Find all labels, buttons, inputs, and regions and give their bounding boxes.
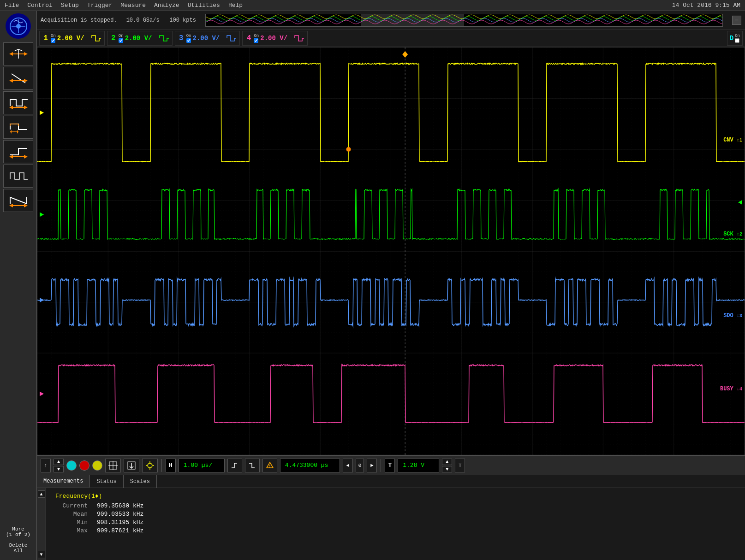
channel-2-block[interactable]: 2 On 2.00 V/ <box>107 31 173 46</box>
svg-marker-23 <box>9 155 13 159</box>
channel-3-block[interactable]: 3 On 2.00 V/ <box>175 31 240 46</box>
tab-status[interactable]: Status <box>90 475 123 488</box>
datetime-display: 14 Oct 2016 9:15 AM <box>672 2 740 9</box>
trigger-falling-button[interactable] <box>245 459 260 472</box>
channel-2-volts: 2.00 V/ <box>125 35 157 42</box>
tool-pulse-width[interactable] <box>3 116 33 139</box>
channel-1-wave-icon <box>91 34 102 43</box>
trigger-time-value[interactable]: 4.4733000 µs <box>280 459 340 472</box>
svg-marker-17 <box>10 130 12 134</box>
trigger-zero-button[interactable]: 0 <box>356 459 364 472</box>
channel-3-wave-icon <box>226 34 237 43</box>
sck-label: SCK ↕2 <box>723 231 742 237</box>
color-yellow-button[interactable] <box>92 460 102 471</box>
meas-val-mean: 909.03533 kHz <box>97 511 152 518</box>
menu-analyze[interactable]: Analyze <box>154 2 179 9</box>
tool-diagonal[interactable] <box>3 67 33 90</box>
menu-utilities[interactable]: Utilities <box>188 2 220 9</box>
measurement-content: ▲ ▼ Frequency(1♦) Current 909.35630 kHz … <box>37 488 745 560</box>
tool-waveform[interactable] <box>3 165 33 188</box>
svg-marker-22 <box>24 155 28 159</box>
measurement-data: Frequency(1♦) Current 909.35630 kHz Mean… <box>46 488 745 560</box>
color-teal-button[interactable] <box>66 460 77 471</box>
channel-4-checkbox[interactable] <box>254 38 258 43</box>
down-small-button[interactable]: ▼ <box>54 466 64 472</box>
channel-1-block[interactable]: 1 On 2.00 V/ <box>39 31 105 46</box>
meas-row-min: Min 908.31195 kHz <box>55 519 736 526</box>
oscilloscope-display[interactable]: CNV ↕1 SCK ↕2 SDO ↕3 BUSY ↓4 <box>37 47 745 455</box>
trigger-right-button[interactable]: ► <box>367 459 377 472</box>
waveform-overview[interactable] <box>205 14 723 27</box>
menu-items: File Control Setup Trigger Measure Analy… <box>5 2 243 9</box>
svg-marker-5 <box>24 52 28 56</box>
tool-step[interactable] <box>3 140 33 163</box>
tool-square-wave[interactable] <box>3 91 33 114</box>
scroll-down[interactable]: ▼ <box>38 551 45 558</box>
trigger-rising-button[interactable] <box>227 459 242 472</box>
meas-key-current: Current <box>55 502 88 509</box>
minus-button[interactable]: − <box>732 16 741 25</box>
svg-line-8 <box>12 74 25 83</box>
tab-measurements[interactable]: Measurements <box>37 475 90 488</box>
t-end-button[interactable]: T <box>455 459 465 472</box>
sdo-label: SDO ↕3 <box>723 312 742 319</box>
channel-2-checkbox[interactable] <box>119 38 123 43</box>
sidebar-more-button[interactable]: More (1 of 2) <box>4 525 32 539</box>
tool-arrow[interactable] <box>3 42 33 65</box>
cursor-button[interactable] <box>105 459 121 472</box>
sample-rate: 10.0 GSa/s 100 kpts <box>126 17 196 24</box>
svg-marker-26 <box>24 204 28 207</box>
channel-1-checkbox[interactable] <box>51 38 55 43</box>
menu-file[interactable]: File <box>5 2 19 9</box>
bright-button[interactable] <box>142 459 158 472</box>
channel-2-number: 2 <box>110 34 117 42</box>
trigger-level-value[interactable]: 1.28 V <box>398 459 439 472</box>
meas-val-max: 909.87621 kHz <box>97 527 152 534</box>
meas-row-max: Max 909.87621 kHz <box>55 527 736 534</box>
channel-4-on: On <box>254 34 259 43</box>
menu-setup[interactable]: Setup <box>61 2 79 9</box>
meas-val-current: 909.35630 kHz <box>97 502 152 509</box>
menu-control[interactable]: Control <box>27 2 53 9</box>
sidebar-delete-button[interactable]: Delete All <box>7 541 30 555</box>
meas-row-mean: Mean 909.03533 kHz <box>55 511 736 518</box>
digital-block[interactable]: D On <box>727 31 743 46</box>
waveform-canvas <box>37 47 745 455</box>
channel-3-volts: 2.00 V/ <box>192 35 225 42</box>
measurement-tabs: Measurements Status Scales <box>37 475 745 488</box>
up-small-button[interactable]: ▲ <box>54 459 64 465</box>
measurement-panel: Measurements Status Scales ▲ ▼ Frequency… <box>37 475 745 560</box>
channel-4-wave-icon <box>294 34 305 43</box>
svg-point-33 <box>148 463 152 468</box>
menu-trigger[interactable]: Trigger <box>87 2 113 9</box>
timebase-value[interactable]: 1.00 µs/ <box>179 459 225 472</box>
channel-3-number: 3 <box>178 34 185 42</box>
scroll-up[interactable]: ▲ <box>38 490 45 498</box>
digital-checkbox[interactable] <box>735 38 739 43</box>
acquisition-status: Acquisition is stopped. <box>41 17 117 24</box>
up-arrow-button[interactable]: ↑ <box>41 459 51 472</box>
meas-val-min: 908.31195 kHz <box>97 519 152 526</box>
trigger-left-button[interactable]: ◄ <box>343 459 353 472</box>
sidebar: More (1 of 2) Delete All <box>0 11 37 560</box>
measurement-title: Frequency(1♦) <box>55 493 736 500</box>
tab-scales[interactable]: Scales <box>124 475 157 488</box>
tool-ramp[interactable] <box>3 189 33 212</box>
channel-3-checkbox[interactable] <box>186 38 191 43</box>
svg-marker-6 <box>9 52 13 56</box>
menu-help[interactable]: Help <box>228 2 243 9</box>
menu-measure[interactable]: Measure <box>120 2 146 9</box>
channel-4-block[interactable]: 4 On 2.00 V/ <box>242 31 308 46</box>
color-red-button[interactable] <box>79 460 89 471</box>
trigger-source-button[interactable] <box>262 459 277 472</box>
channel-1-on: On <box>51 34 56 43</box>
trigger-down-button[interactable]: ▼ <box>442 466 452 472</box>
svg-marker-27 <box>9 204 13 207</box>
busy-label: BUSY ↓4 <box>720 386 742 392</box>
scroll-bar[interactable]: ▲ ▼ <box>37 488 46 560</box>
meas-key-mean: Mean <box>55 511 88 518</box>
info-bar: Acquisition is stopped. 10.0 GSa/s 100 k… <box>37 11 745 29</box>
save-button[interactable] <box>124 459 139 472</box>
channel-3-on: On <box>186 34 191 43</box>
trigger-up-button[interactable]: ▲ <box>442 459 452 465</box>
